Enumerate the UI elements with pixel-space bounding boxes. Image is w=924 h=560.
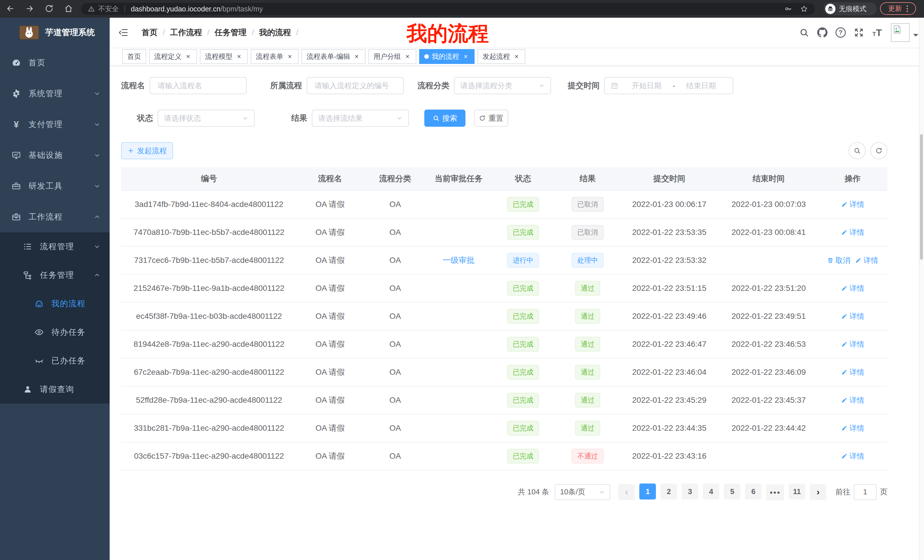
scrollbar[interactable] [919, 18, 924, 560]
help-icon[interactable] [831, 23, 850, 42]
header-search-icon[interactable] [795, 23, 813, 42]
close-tab-icon[interactable] [286, 53, 294, 60]
home-button[interactable] [62, 2, 75, 15]
detail-link[interactable]: 详情 [841, 423, 864, 433]
address-bar[interactable]: 不安全 dashboard.yudao.iocoder.cn /bpm/task… [81, 3, 815, 15]
reload-button[interactable] [42, 2, 56, 15]
close-tab-icon[interactable] [184, 53, 192, 60]
page-number-button[interactable]: 3 [682, 484, 698, 500]
security-badge[interactable]: 不安全 [98, 4, 119, 13]
close-tab-icon[interactable] [235, 53, 243, 60]
breadcrumb-item[interactable]: 首页 [142, 27, 170, 38]
result-tag: 处理中 [572, 253, 604, 268]
cancel-link[interactable]: 取消 [827, 256, 850, 265]
fullscreen-icon[interactable] [850, 23, 868, 42]
page-number-button[interactable]: 6 [745, 484, 762, 500]
view-tab[interactable]: 发起流程 [477, 49, 525, 64]
view-tab[interactable]: 流程表单 [251, 49, 298, 64]
detail-link[interactable]: 详情 [841, 311, 864, 321]
show-search-toggle-button[interactable] [849, 142, 866, 159]
date-range-picker[interactable]: 开始日期 - 结束日期 [604, 77, 733, 94]
page-size-select[interactable]: 10条/页 [555, 484, 610, 500]
sidebar-item[interactable]: 流程管理 [0, 232, 110, 261]
table-column-header[interactable]: 结束时间 [720, 167, 818, 190]
font-size-icon[interactable] [868, 23, 886, 42]
page-number-button[interactable]: 2 [660, 484, 677, 500]
sidebar-item[interactable]: 研发工具 [0, 171, 110, 202]
sidebar-item[interactable]: 工作流程 [0, 202, 110, 232]
page-number-button[interactable]: 11 [789, 484, 805, 500]
sidebar-item[interactable]: 我的流程 [0, 289, 110, 318]
scrollbar-thumb[interactable] [920, 134, 923, 260]
sidebar-collapse-toggle[interactable] [114, 23, 132, 42]
sidebar-item[interactable]: 已办任务 [0, 346, 110, 375]
sidebar-item[interactable]: 系统管理 [0, 78, 110, 109]
view-tab[interactable]: 用户分组 [368, 49, 416, 64]
sidebar-item[interactable]: 首页 [0, 47, 110, 78]
detail-link[interactable]: 详情 [855, 256, 878, 265]
start-date-placeholder[interactable]: 开始日期 [621, 81, 673, 91]
sidebar-item[interactable]: 待办任务 [0, 318, 110, 346]
table-column-header[interactable]: 流程分类 [363, 167, 427, 190]
table-column-header[interactable]: 当前审批任务 [427, 167, 490, 190]
sidebar-item[interactable]: 支付管理 [0, 109, 110, 140]
view-tab[interactable]: 流程表单-编辑 [302, 49, 366, 64]
end-date-placeholder[interactable]: 结束日期 [675, 81, 727, 91]
breadcrumb-item[interactable]: 我的流程 [259, 27, 303, 38]
breadcrumb-item[interactable]: 任务管理 [215, 27, 259, 38]
detail-link[interactable]: 详情 [841, 228, 864, 238]
page-number-button[interactable]: 1 [639, 484, 656, 500]
view-tab[interactable]: 流程定义 [149, 49, 197, 64]
table-column-header[interactable]: 提交时间 [619, 167, 720, 190]
update-button[interactable]: 更新 [880, 2, 916, 15]
detail-link[interactable]: 详情 [841, 367, 864, 377]
table-column-header[interactable]: 编号 [121, 167, 297, 190]
avatar[interactable] [891, 23, 910, 42]
table-column-header[interactable]: 流程名 [297, 167, 363, 190]
forward-button[interactable] [23, 2, 36, 15]
url-host: dashboard.yudao.iocoder.cn [131, 5, 220, 13]
view-tab[interactable]: 流程模型 [200, 49, 248, 64]
close-tab-icon[interactable] [404, 53, 411, 60]
detail-link[interactable]: 详情 [841, 395, 864, 405]
page-number-button[interactable]: 4 [703, 484, 719, 500]
result-select[interactable]: 请选择流结果 [312, 109, 409, 127]
table-column-header[interactable]: 结果 [556, 167, 619, 190]
breadcrumb-item[interactable]: 工作流程 [170, 27, 215, 38]
reset-button[interactable]: 重置 [474, 109, 508, 127]
next-page-button[interactable] [810, 484, 826, 500]
status-select[interactable]: 请选择状态 [158, 109, 255, 127]
current-task-link[interactable]: 一级审批 [442, 255, 475, 266]
detail-link[interactable]: 详情 [841, 199, 864, 210]
bookmark-star-icon[interactable] [800, 5, 808, 13]
detail-link[interactable]: 详情 [841, 283, 864, 293]
sidebar-item[interactable]: 请假查询 [0, 375, 110, 404]
view-tab[interactable]: 首页 [122, 49, 146, 64]
page-number-button[interactable]: ●●● [766, 484, 784, 500]
table-column-header[interactable]: 状态 [490, 167, 556, 190]
password-key-icon[interactable] [784, 5, 792, 13]
avatar-caret-icon[interactable] [913, 34, 918, 39]
detail-link[interactable]: 详情 [841, 451, 864, 461]
process-name-input[interactable] [156, 81, 240, 91]
view-tab[interactable]: 我的流程 [419, 49, 475, 64]
close-tab-icon[interactable] [353, 53, 360, 60]
sidebar-item[interactable]: 任务管理 [0, 261, 110, 289]
detail-link[interactable]: 详情 [841, 339, 864, 349]
search-button[interactable]: 搜索 [424, 109, 465, 127]
github-icon[interactable] [813, 23, 831, 42]
sidebar-item[interactable]: 基础设施 [0, 140, 110, 171]
process-definition-input[interactable] [314, 81, 397, 91]
back-button[interactable] [3, 2, 17, 15]
refresh-table-button[interactable] [870, 142, 888, 159]
category-select[interactable]: 请选择流程分类 [454, 77, 551, 94]
close-tab-icon[interactable] [462, 53, 470, 60]
sidebar-item-label: 工作流程 [28, 211, 94, 222]
page-number-button[interactable]: 5 [724, 484, 740, 500]
prev-page-button[interactable] [618, 484, 635, 500]
goto-page-input[interactable] [854, 484, 877, 500]
start-process-button[interactable]: 发起流程 [121, 142, 173, 159]
table-column-header[interactable]: 操作 [818, 167, 888, 190]
browser-menu-dots-icon[interactable] [907, 5, 908, 12]
close-tab-icon[interactable] [513, 53, 520, 60]
